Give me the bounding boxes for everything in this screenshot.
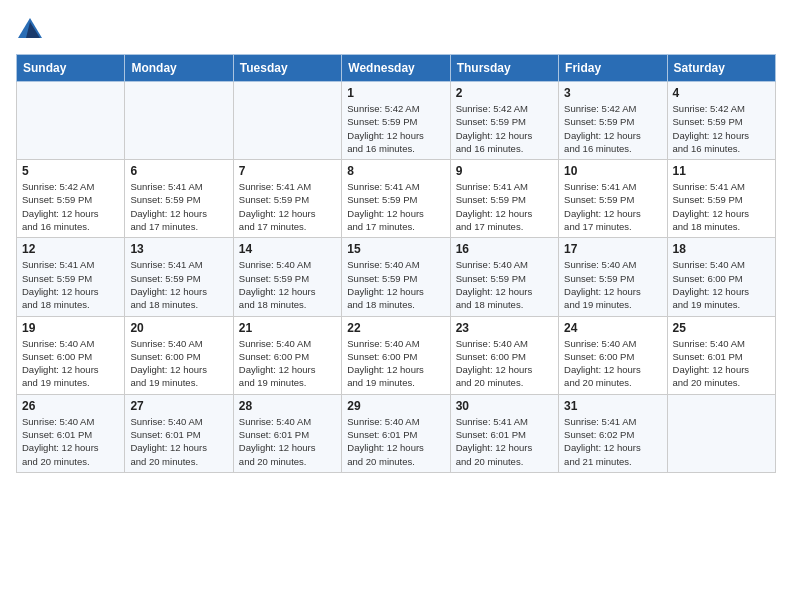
day-info: Sunrise: 5:41 AM Sunset: 5:59 PM Dayligh… xyxy=(22,258,119,311)
day-info: Sunrise: 5:40 AM Sunset: 5:59 PM Dayligh… xyxy=(239,258,336,311)
day-number: 3 xyxy=(564,86,661,100)
day-number: 13 xyxy=(130,242,227,256)
day-info: Sunrise: 5:42 AM Sunset: 5:59 PM Dayligh… xyxy=(564,102,661,155)
day-info: Sunrise: 5:40 AM Sunset: 6:00 PM Dayligh… xyxy=(347,337,444,390)
calendar-cell xyxy=(667,394,775,472)
day-info: Sunrise: 5:42 AM Sunset: 5:59 PM Dayligh… xyxy=(347,102,444,155)
day-info: Sunrise: 5:40 AM Sunset: 6:00 PM Dayligh… xyxy=(456,337,553,390)
calendar-cell: 3Sunrise: 5:42 AM Sunset: 5:59 PM Daylig… xyxy=(559,82,667,160)
calendar-cell: 29Sunrise: 5:40 AM Sunset: 6:01 PM Dayli… xyxy=(342,394,450,472)
calendar-week-row: 5Sunrise: 5:42 AM Sunset: 5:59 PM Daylig… xyxy=(17,160,776,238)
calendar-cell: 31Sunrise: 5:41 AM Sunset: 6:02 PM Dayli… xyxy=(559,394,667,472)
calendar-cell: 4Sunrise: 5:42 AM Sunset: 5:59 PM Daylig… xyxy=(667,82,775,160)
day-info: Sunrise: 5:42 AM Sunset: 5:59 PM Dayligh… xyxy=(673,102,770,155)
calendar-cell: 20Sunrise: 5:40 AM Sunset: 6:00 PM Dayli… xyxy=(125,316,233,394)
calendar-cell: 9Sunrise: 5:41 AM Sunset: 5:59 PM Daylig… xyxy=(450,160,558,238)
day-info: Sunrise: 5:41 AM Sunset: 6:02 PM Dayligh… xyxy=(564,415,661,468)
weekday-header-row: SundayMondayTuesdayWednesdayThursdayFrid… xyxy=(17,55,776,82)
day-number: 21 xyxy=(239,321,336,335)
day-info: Sunrise: 5:40 AM Sunset: 6:01 PM Dayligh… xyxy=(130,415,227,468)
calendar-cell: 6Sunrise: 5:41 AM Sunset: 5:59 PM Daylig… xyxy=(125,160,233,238)
day-number: 30 xyxy=(456,399,553,413)
calendar-cell: 19Sunrise: 5:40 AM Sunset: 6:00 PM Dayli… xyxy=(17,316,125,394)
day-number: 18 xyxy=(673,242,770,256)
calendar-cell: 15Sunrise: 5:40 AM Sunset: 5:59 PM Dayli… xyxy=(342,238,450,316)
calendar-cell: 26Sunrise: 5:40 AM Sunset: 6:01 PM Dayli… xyxy=(17,394,125,472)
calendar-cell: 14Sunrise: 5:40 AM Sunset: 5:59 PM Dayli… xyxy=(233,238,341,316)
logo-icon xyxy=(16,16,44,44)
calendar-week-row: 19Sunrise: 5:40 AM Sunset: 6:00 PM Dayli… xyxy=(17,316,776,394)
calendar-cell: 8Sunrise: 5:41 AM Sunset: 5:59 PM Daylig… xyxy=(342,160,450,238)
day-number: 2 xyxy=(456,86,553,100)
day-info: Sunrise: 5:40 AM Sunset: 5:59 PM Dayligh… xyxy=(456,258,553,311)
calendar-week-row: 12Sunrise: 5:41 AM Sunset: 5:59 PM Dayli… xyxy=(17,238,776,316)
day-info: Sunrise: 5:41 AM Sunset: 5:59 PM Dayligh… xyxy=(239,180,336,233)
page-header xyxy=(16,16,776,44)
logo xyxy=(16,16,48,44)
calendar-cell: 2Sunrise: 5:42 AM Sunset: 5:59 PM Daylig… xyxy=(450,82,558,160)
day-number: 15 xyxy=(347,242,444,256)
calendar-cell: 16Sunrise: 5:40 AM Sunset: 5:59 PM Dayli… xyxy=(450,238,558,316)
calendar-cell: 1Sunrise: 5:42 AM Sunset: 5:59 PM Daylig… xyxy=(342,82,450,160)
calendar-cell: 21Sunrise: 5:40 AM Sunset: 6:00 PM Dayli… xyxy=(233,316,341,394)
day-number: 27 xyxy=(130,399,227,413)
calendar-cell: 27Sunrise: 5:40 AM Sunset: 6:01 PM Dayli… xyxy=(125,394,233,472)
weekday-header-wednesday: Wednesday xyxy=(342,55,450,82)
day-number: 1 xyxy=(347,86,444,100)
day-info: Sunrise: 5:40 AM Sunset: 5:59 PM Dayligh… xyxy=(564,258,661,311)
calendar-cell: 24Sunrise: 5:40 AM Sunset: 6:00 PM Dayli… xyxy=(559,316,667,394)
calendar-cell: 10Sunrise: 5:41 AM Sunset: 5:59 PM Dayli… xyxy=(559,160,667,238)
day-number: 10 xyxy=(564,164,661,178)
day-info: Sunrise: 5:40 AM Sunset: 6:00 PM Dayligh… xyxy=(22,337,119,390)
day-info: Sunrise: 5:41 AM Sunset: 5:59 PM Dayligh… xyxy=(564,180,661,233)
day-number: 28 xyxy=(239,399,336,413)
calendar-cell: 22Sunrise: 5:40 AM Sunset: 6:00 PM Dayli… xyxy=(342,316,450,394)
day-info: Sunrise: 5:41 AM Sunset: 5:59 PM Dayligh… xyxy=(347,180,444,233)
weekday-header-saturday: Saturday xyxy=(667,55,775,82)
calendar-cell: 25Sunrise: 5:40 AM Sunset: 6:01 PM Dayli… xyxy=(667,316,775,394)
day-info: Sunrise: 5:40 AM Sunset: 6:01 PM Dayligh… xyxy=(239,415,336,468)
day-number: 19 xyxy=(22,321,119,335)
day-info: Sunrise: 5:40 AM Sunset: 6:00 PM Dayligh… xyxy=(130,337,227,390)
day-info: Sunrise: 5:41 AM Sunset: 5:59 PM Dayligh… xyxy=(130,258,227,311)
day-info: Sunrise: 5:40 AM Sunset: 6:01 PM Dayligh… xyxy=(673,337,770,390)
day-number: 12 xyxy=(22,242,119,256)
day-info: Sunrise: 5:41 AM Sunset: 5:59 PM Dayligh… xyxy=(673,180,770,233)
weekday-header-monday: Monday xyxy=(125,55,233,82)
day-number: 24 xyxy=(564,321,661,335)
day-number: 20 xyxy=(130,321,227,335)
day-number: 8 xyxy=(347,164,444,178)
calendar-cell: 28Sunrise: 5:40 AM Sunset: 6:01 PM Dayli… xyxy=(233,394,341,472)
day-number: 25 xyxy=(673,321,770,335)
day-info: Sunrise: 5:42 AM Sunset: 5:59 PM Dayligh… xyxy=(22,180,119,233)
day-info: Sunrise: 5:42 AM Sunset: 5:59 PM Dayligh… xyxy=(456,102,553,155)
day-number: 6 xyxy=(130,164,227,178)
day-info: Sunrise: 5:40 AM Sunset: 5:59 PM Dayligh… xyxy=(347,258,444,311)
day-number: 14 xyxy=(239,242,336,256)
day-number: 23 xyxy=(456,321,553,335)
calendar-cell: 7Sunrise: 5:41 AM Sunset: 5:59 PM Daylig… xyxy=(233,160,341,238)
day-number: 5 xyxy=(22,164,119,178)
calendar-header: SundayMondayTuesdayWednesdayThursdayFrid… xyxy=(17,55,776,82)
day-number: 4 xyxy=(673,86,770,100)
calendar-cell: 12Sunrise: 5:41 AM Sunset: 5:59 PM Dayli… xyxy=(17,238,125,316)
day-info: Sunrise: 5:41 AM Sunset: 5:59 PM Dayligh… xyxy=(130,180,227,233)
day-number: 17 xyxy=(564,242,661,256)
calendar-cell xyxy=(233,82,341,160)
day-number: 11 xyxy=(673,164,770,178)
calendar-cell: 13Sunrise: 5:41 AM Sunset: 5:59 PM Dayli… xyxy=(125,238,233,316)
day-info: Sunrise: 5:40 AM Sunset: 6:00 PM Dayligh… xyxy=(564,337,661,390)
weekday-header-tuesday: Tuesday xyxy=(233,55,341,82)
calendar-cell: 5Sunrise: 5:42 AM Sunset: 5:59 PM Daylig… xyxy=(17,160,125,238)
calendar-cell: 11Sunrise: 5:41 AM Sunset: 5:59 PM Dayli… xyxy=(667,160,775,238)
weekday-header-friday: Friday xyxy=(559,55,667,82)
calendar-cell xyxy=(125,82,233,160)
calendar-cell: 23Sunrise: 5:40 AM Sunset: 6:00 PM Dayli… xyxy=(450,316,558,394)
day-info: Sunrise: 5:41 AM Sunset: 6:01 PM Dayligh… xyxy=(456,415,553,468)
day-number: 16 xyxy=(456,242,553,256)
calendar-cell: 30Sunrise: 5:41 AM Sunset: 6:01 PM Dayli… xyxy=(450,394,558,472)
day-number: 29 xyxy=(347,399,444,413)
day-info: Sunrise: 5:41 AM Sunset: 5:59 PM Dayligh… xyxy=(456,180,553,233)
day-info: Sunrise: 5:40 AM Sunset: 6:00 PM Dayligh… xyxy=(239,337,336,390)
weekday-header-sunday: Sunday xyxy=(17,55,125,82)
